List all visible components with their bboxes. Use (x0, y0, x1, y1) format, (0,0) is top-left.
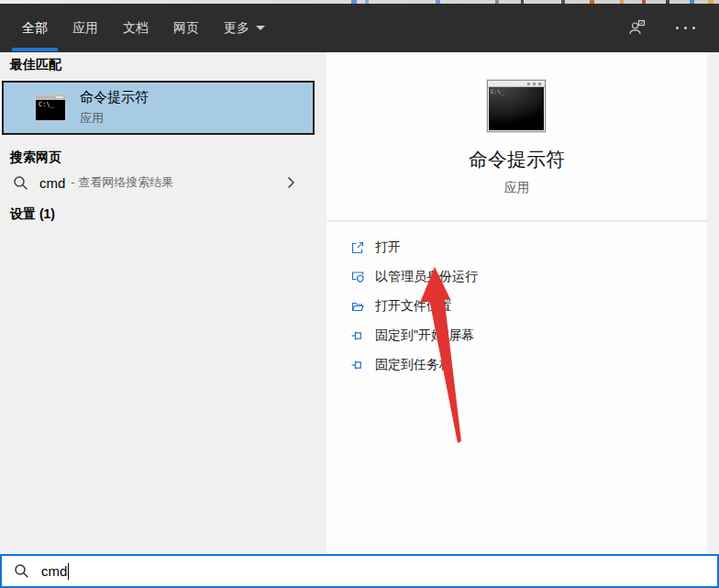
chevron-right-icon (287, 176, 295, 189)
preview-divider (326, 220, 707, 222)
result-web-search-cmd[interactable]: cmd - 查看网络搜索结果 (0, 168, 326, 197)
section-settings: 设置 (1) (10, 206, 55, 223)
action-pin-to-taskbar[interactable]: 固定到任务栏 (326, 350, 707, 380)
tab-more[interactable]: 更多 (214, 4, 275, 52)
pin-icon (349, 328, 365, 344)
tab-all-label: 全部 (22, 20, 48, 37)
web-query: cmd (39, 175, 65, 191)
text-cursor (68, 563, 69, 580)
action-open[interactable]: 打开 (326, 233, 707, 262)
more-options-icon[interactable] (670, 27, 695, 29)
section-web-search: 搜索网页 (10, 150, 61, 166)
search-filter-bar: 全部 应用 文档 网页 更多 (0, 4, 719, 52)
tab-web-label: 网页 (173, 20, 199, 37)
context-actions: 打开 以管理员身份运行 打开文件位置 (326, 233, 707, 380)
action-open-file-location-label: 打开文件位置 (375, 298, 452, 315)
command-prompt-icon: C:\_ (487, 80, 546, 132)
action-run-as-administrator[interactable]: 以管理员身份运行 (326, 262, 707, 292)
sign-in-options-icon[interactable] (627, 18, 647, 38)
search-input-value[interactable]: cmd (41, 563, 67, 579)
pin-icon (349, 358, 365, 373)
tab-all[interactable]: 全部 (12, 4, 58, 52)
chevron-down-icon (256, 26, 265, 30)
tab-apps[interactable]: 应用 (62, 4, 108, 52)
preview-app-title: 命令提示符 (326, 147, 707, 172)
preview-panel: C:\_ 命令提示符 应用 打开 (326, 52, 707, 554)
search-flyout-body: 最佳匹配 C:\_ 命令提示符 应用 搜索网页 cmd - 查看网络搜索结果 (0, 52, 719, 554)
result-title: 命令提示符 (80, 89, 149, 106)
action-pin-to-start-label: 固定到"开始"屏幕 (375, 327, 474, 344)
preview-app-subtitle: 应用 (326, 180, 707, 196)
action-run-as-administrator-label: 以管理员身份运行 (375, 269, 478, 285)
action-pin-to-taskbar-label: 固定到任务栏 (375, 357, 452, 373)
action-open-file-location[interactable]: 打开文件位置 (326, 292, 707, 321)
topbar-actions (603, 4, 719, 52)
panel-right-margin (707, 52, 719, 554)
tab-apps-label: 应用 (72, 20, 98, 37)
command-prompt-icon: C:\_ (35, 94, 66, 121)
web-query-suffix: - 查看网络搜索结果 (71, 174, 173, 191)
results-panel: 最佳匹配 C:\_ 命令提示符 应用 搜索网页 cmd - 查看网络搜索结果 (0, 52, 326, 554)
action-pin-to-start[interactable]: 固定到"开始"屏幕 (326, 321, 707, 350)
folder-location-icon (349, 299, 365, 315)
action-open-label: 打开 (375, 239, 401, 256)
tab-documents[interactable]: 文档 (113, 4, 159, 52)
tab-web[interactable]: 网页 (163, 4, 209, 52)
taskbar-search-box[interactable]: cmd (0, 554, 719, 588)
tab-documents-label: 文档 (123, 20, 149, 37)
launch-icon (349, 240, 365, 256)
result-command-prompt[interactable]: C:\_ 命令提示符 应用 (2, 81, 315, 135)
search-icon (14, 563, 29, 579)
tab-more-label: 更多 (224, 20, 249, 37)
section-best-match: 最佳匹配 (10, 57, 61, 73)
result-subtitle: 应用 (80, 110, 149, 127)
admin-shield-icon (349, 270, 365, 285)
search-icon (13, 175, 28, 191)
